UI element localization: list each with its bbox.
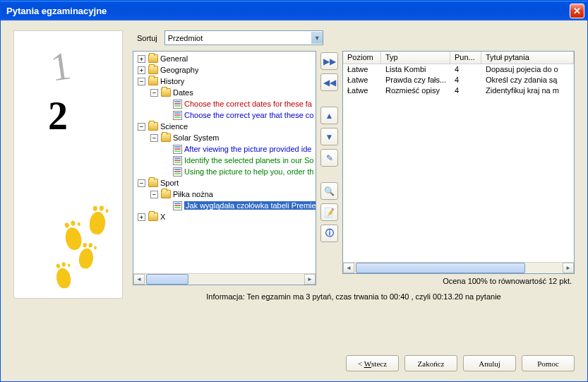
wizard-image: 1 2 — [13, 30, 123, 299]
document-icon — [173, 100, 182, 109]
document-icon — [173, 156, 182, 165]
tree-item-pilka[interactable]: Piłka nożna — [173, 190, 213, 198]
window-title: Pytania egzaminacyjne — [6, 6, 570, 16]
col-header-pun[interactable]: Pun... — [450, 52, 481, 64]
folder-icon — [161, 133, 171, 142]
info-text: Informacja: Ten egzamin ma 3 pytań, czas… — [133, 285, 575, 301]
footprints-icon — [52, 213, 115, 291]
sort-label: Sortuj — [137, 34, 157, 42]
expander-icon[interactable]: + — [138, 66, 145, 74]
document-icon — [173, 145, 182, 154]
content-area: 1 2 Sortuj Przedmiot ▼ — [1, 20, 587, 381]
scroll-thumb[interactable] — [356, 263, 525, 273]
expander-icon[interactable]: − — [138, 123, 145, 131]
folder-icon — [161, 88, 171, 97]
tool-buttons-column: ▶▶ ◀◀ ▲ ▼ ✎ 🔍 📝 ⓘ — [320, 51, 338, 285]
tree-question[interactable]: After viewing the picture provided ide — [184, 145, 311, 153]
folder-icon — [148, 213, 158, 221]
finish-button[interactable]: Zakończ — [404, 355, 457, 371]
scroll-right-icon[interactable]: ► — [304, 274, 316, 285]
folder-icon — [148, 179, 158, 187]
expander-icon[interactable]: + — [138, 55, 145, 63]
document-icon — [173, 201, 182, 210]
tree-item-dates[interactable]: Dates — [173, 88, 193, 97]
tree-question-selected[interactable]: Jak wyglądała czołówka tabeli Premie — [184, 201, 316, 210]
scroll-right-icon[interactable]: ► — [563, 263, 574, 273]
add-all-button[interactable]: ▶▶ — [320, 52, 338, 70]
scroll-left-icon[interactable]: ◄ — [343, 263, 354, 273]
note-button[interactable]: 📝 — [320, 203, 338, 221]
folder-icon — [148, 122, 158, 131]
tree-item-general[interactable]: General — [160, 54, 188, 63]
tree-hscrollbar[interactable]: ◄ ► — [133, 273, 316, 285]
sort-combobox[interactable]: Przedmiot ▼ — [164, 30, 323, 45]
expander-icon[interactable]: − — [150, 191, 158, 198]
questions-tree[interactable]: +General +Geography −History −Dates Choo… — [133, 51, 316, 285]
cancel-button[interactable]: Anuluj — [463, 355, 516, 371]
sort-value: Przedmiot — [168, 34, 203, 42]
selected-questions-table[interactable]: Poziom Typ Pun... Tytuł pytania Łatwe Li… — [342, 51, 575, 274]
close-button[interactable]: ✕ — [570, 4, 584, 18]
col-header-typ[interactable]: Typ — [381, 52, 450, 64]
document-icon — [173, 167, 182, 177]
score-text: Ocena 100% to równowartość 12 pkt. — [342, 274, 575, 285]
table-row[interactable]: Łatwe Lista Kombi 4 Dopasuj pojecia do o — [343, 64, 574, 75]
back-button[interactable]: < Wstecz — [346, 355, 399, 371]
folder-icon — [148, 54, 158, 63]
tree-item-science[interactable]: Science — [160, 122, 188, 131]
preview-button[interactable]: 🔍 — [320, 182, 338, 200]
chevron-down-icon: ▼ — [311, 32, 323, 44]
tree-item-sport[interactable]: Sport — [160, 179, 179, 187]
tree-question[interactable]: Using the picture to help you, order th — [184, 167, 313, 176]
table-row[interactable]: Łatwe Rozmieść opisy 4 Zidentyfikuj kraj… — [343, 85, 574, 96]
folder-icon — [148, 77, 158, 85]
tree-item-history[interactable]: History — [160, 77, 184, 85]
expander-icon[interactable]: + — [138, 213, 145, 221]
scroll-thumb[interactable] — [146, 274, 188, 285]
footer-buttons: < Wstecz Zakończ Anuluj Pomoc — [346, 355, 575, 371]
remove-all-button[interactable]: ◀◀ — [320, 73, 338, 91]
expander-icon[interactable]: − — [138, 179, 145, 187]
tree-item-x[interactable]: X — [160, 213, 165, 221]
tree-question[interactable]: Identify the selected planets in our So — [184, 156, 313, 165]
dialog-window: Pytania egzaminacyjne ✕ 1 2 Sortuj Przed… — [0, 0, 588, 382]
move-up-button[interactable]: ▲ — [320, 107, 338, 124]
expander-icon[interactable]: − — [150, 89, 158, 97]
tree-item-solar[interactable]: Solar System — [173, 133, 219, 142]
tree-question[interactable]: Choose the correct dates for these fa — [184, 100, 312, 108]
tree-item-geography[interactable]: Geography — [160, 66, 198, 74]
info-button[interactable]: ⓘ — [320, 225, 338, 242]
titlebar: Pytania egzaminacyjne ✕ — [1, 1, 587, 20]
step-2-glyph: 2 — [48, 93, 68, 138]
expander-icon[interactable]: − — [150, 134, 158, 142]
edit-button[interactable]: ✎ — [320, 149, 338, 167]
help-button[interactable]: Pomoc — [522, 355, 575, 371]
tree-question[interactable]: Choose the correct year that these co — [184, 111, 313, 119]
scroll-left-icon[interactable]: ◄ — [133, 274, 145, 285]
col-header-tytul[interactable]: Tytuł pytania — [481, 52, 574, 64]
document-icon — [173, 111, 182, 120]
expander-icon[interactable]: − — [138, 78, 145, 85]
table-hscrollbar[interactable]: ◄ ► — [343, 262, 574, 273]
folder-icon — [161, 190, 171, 198]
move-down-button[interactable]: ▼ — [320, 128, 338, 145]
folder-icon — [148, 66, 158, 74]
step-1-glyph: 1 — [48, 42, 74, 90]
col-header-poziom[interactable]: Poziom — [343, 52, 381, 64]
table-row[interactable]: Łatwe Prawda czy fałs... 4 Określ czy zd… — [343, 75, 574, 85]
table-header: Poziom Typ Pun... Tytuł pytania — [343, 52, 574, 64]
